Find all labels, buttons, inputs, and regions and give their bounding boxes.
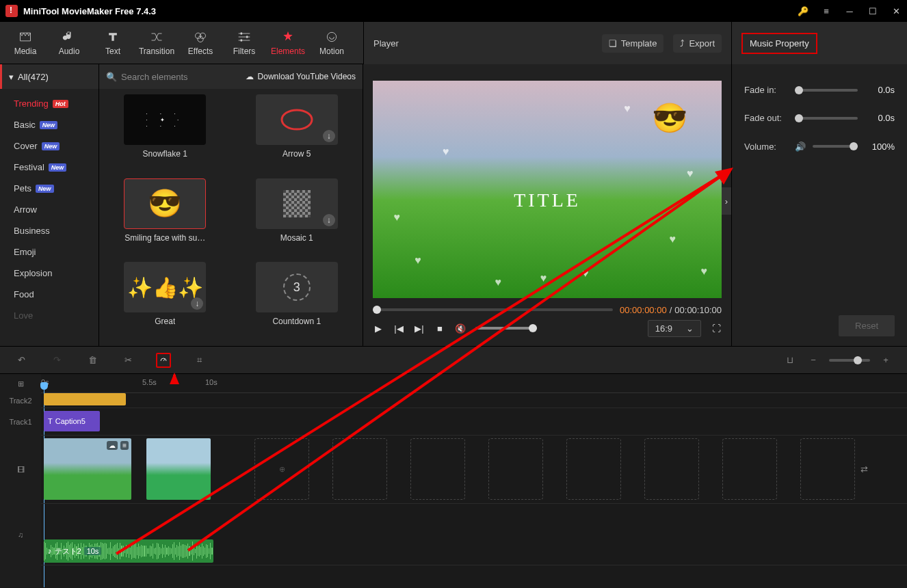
undo-button[interactable]: ↶ — [14, 353, 29, 368]
tool-filters[interactable]: Filters — [224, 22, 264, 64]
clip-caption[interactable]: TCaption5 — [44, 411, 100, 431]
download-youtube-link[interactable]: ☁ Download YouTube Videos — [246, 72, 356, 81]
video-slot-8[interactable]: ⇄ — [644, 438, 699, 500]
delete-button[interactable]: 🗑 — [85, 353, 100, 368]
close-icon[interactable]: ✕ — [891, 5, 902, 16]
element-great[interactable]: ✨👍✨↓Great — [106, 262, 224, 340]
redo-button[interactable]: ↷ — [49, 353, 64, 368]
element-snowflake[interactable]: · · ·· ✦ ·· · ·Snowflake 1 — [106, 94, 224, 173]
video-slot-9[interactable]: ⇄ — [722, 438, 777, 500]
add-track-button[interactable]: ⊞ — [0, 374, 41, 393]
volume-prop-slider[interactable] — [813, 145, 858, 148]
sidebar-item-trending[interactable]: TrendingHot — [0, 93, 98, 114]
video-slot-7[interactable]: ⇄ — [566, 438, 621, 500]
video-slot-3[interactable]: ⇄⊕ — [254, 438, 309, 500]
titlebar-right: 🔑 ≡ ─ ☐ ✕ — [798, 5, 902, 16]
download-icon[interactable]: ↓ — [323, 214, 335, 226]
video-clip-2[interactable] — [146, 438, 211, 500]
element-countdown[interactable]: 3Countdown 1 — [238, 262, 356, 340]
timeline-ruler[interactable]: 0s 5.5s 10s — [41, 374, 907, 393]
export-icon: ⤴ — [680, 38, 685, 49]
aspect-ratio-select[interactable]: 16:9⌄ — [648, 320, 701, 337]
clip-element[interactable] — [44, 393, 126, 405]
audio-clip[interactable]: ♪ テスト2 10s — [44, 539, 213, 563]
track-2[interactable] — [41, 393, 907, 408]
cloud-download-icon: ☁ — [246, 72, 254, 81]
titlebar: MiniTool MovieMaker Free 7.4.3 🔑 ≡ ─ ☐ ✕ — [0, 0, 907, 22]
tool-audio[interactable]: Audio — [49, 22, 89, 64]
tool-effects[interactable]: Effects — [181, 22, 220, 64]
video-slot-5[interactable]: ⇄ — [410, 438, 465, 500]
video-preview[interactable]: ♥♥ ♥♥ ♥♥ ♥♥ ♥♥ 😎 TITLE — [373, 81, 722, 298]
template-button[interactable]: ❏Template — [602, 34, 664, 53]
play-button[interactable]: ▶ — [373, 323, 384, 334]
sidebar-item-festival[interactable]: FestivalNew — [0, 157, 98, 178]
prev-frame-button[interactable]: |◀ — [393, 323, 404, 334]
tool-media[interactable]: Media — [5, 22, 45, 64]
track-1[interactable]: TCaption5 — [41, 408, 907, 436]
player-title: Player — [373, 38, 399, 49]
sidebar-item-basic[interactable]: BasicNew — [0, 114, 98, 135]
element-smiling-face[interactable]: 😎Smiling face with su… — [106, 178, 224, 257]
maximize-icon[interactable]: ☐ — [867, 5, 878, 16]
download-icon[interactable]: ↓ — [323, 130, 335, 142]
video-slot-6[interactable]: ⇄ — [488, 438, 543, 500]
element-badge-icon: ☁ — [107, 441, 118, 450]
sidebar-item-love[interactable]: Love — [0, 305, 98, 326]
tool-motion[interactable]: Motion — [312, 22, 352, 64]
chevron-right-icon: › — [725, 196, 728, 206]
reset-button[interactable]: Reset — [839, 315, 895, 336]
template-icon: ❏ — [609, 38, 617, 49]
key-icon[interactable]: 🔑 — [798, 5, 809, 16]
next-frame-button[interactable]: ▶| — [414, 323, 425, 334]
sidebar-item-pets[interactable]: PetsNew — [0, 178, 98, 199]
download-icon[interactable]: ↓ — [191, 297, 203, 310]
fade-in-slider[interactable] — [795, 89, 858, 92]
element-arrow5[interactable]: ↓Arrow 5 — [238, 94, 356, 173]
mute-button[interactable]: 🔇 — [455, 323, 466, 334]
video-slot-10[interactable]: ⇄ — [800, 438, 855, 500]
sidebar-item-explosion[interactable]: Explosion — [0, 263, 98, 284]
fullscreen-button[interactable]: ⛶ — [711, 323, 722, 334]
zoom-out-button[interactable]: − — [806, 353, 821, 368]
fade-out-slider[interactable] — [795, 117, 858, 120]
expand-tab[interactable]: › — [722, 187, 731, 215]
stop-button[interactable]: ■ — [434, 323, 445, 334]
search-input[interactable]: 🔍 Search elements — [106, 72, 239, 82]
fade-out-row: Fade out: 0.0s — [744, 113, 895, 123]
video-track[interactable]: ☁≡ ⇄⊕ ⇄ ⇄ ⇄ ⇄ ⇄ ⇄ ⇄ ⇄ — [41, 436, 907, 504]
scrub-bar[interactable] — [373, 308, 613, 311]
volume-slider[interactable] — [475, 327, 537, 330]
menu-icon[interactable]: ≡ — [821, 5, 832, 16]
track-label-2: Track2 — [0, 393, 41, 408]
crop-button[interactable]: ⌗ — [192, 353, 207, 368]
video-title-overlay: TITLE — [514, 189, 581, 211]
video-clip-1[interactable]: ☁≡ — [44, 438, 131, 500]
sidebar-item-emoji[interactable]: Emoji — [0, 241, 98, 263]
export-button[interactable]: ⤴Export — [673, 34, 722, 53]
sidebar-item-cover[interactable]: CoverNew — [0, 135, 98, 157]
add-icon: ⊕ — [279, 465, 285, 474]
speed-button[interactable] — [156, 353, 171, 368]
property-panel: Fade in: 0.0s Fade out: 0.0s Volume: 🔊 1… — [732, 64, 907, 346]
speaker-icon[interactable]: 🔊 — [795, 141, 806, 152]
tool-elements[interactable]: Elements — [268, 22, 308, 64]
text-icon: T — [48, 417, 53, 425]
zoom-slider[interactable] — [829, 359, 870, 362]
sidebar-item-business[interactable]: Business — [0, 220, 98, 241]
split-button[interactable]: ✂ — [120, 353, 135, 368]
elements-grid: 🔍 Search elements ☁ Download YouTube Vid… — [99, 64, 363, 346]
sidebar-item-food[interactable]: Food — [0, 284, 98, 305]
element-mosaic[interactable]: ↓Mosaic 1 — [238, 178, 356, 257]
sidebar-all[interactable]: ▾ All(472) — [0, 64, 98, 89]
tool-text[interactable]: Text — [93, 22, 133, 64]
minimize-icon[interactable]: ─ — [844, 5, 855, 16]
svg-point-6 — [327, 32, 336, 41]
tool-transition[interactable]: Transition — [137, 22, 176, 64]
magnet-icon[interactable]: ⊔ — [783, 353, 798, 368]
sidebar-item-arrow[interactable]: Arrow — [0, 199, 98, 220]
audio-track[interactable]: ♪ テスト2 10s — [41, 504, 907, 565]
video-slot-4[interactable]: ⇄ — [332, 438, 387, 500]
zoom-in-button[interactable]: + — [878, 353, 893, 368]
search-icon: 🔍 — [106, 72, 117, 82]
